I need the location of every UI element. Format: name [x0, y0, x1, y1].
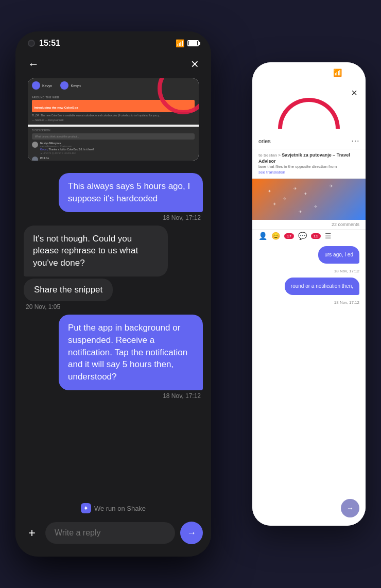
bg-advisor-row: to Sestan > Savjetnik za putovanje – Tra… [252, 149, 366, 179]
preview-user2: Kevyn [71, 84, 80, 88]
battery-icon [187, 40, 199, 46]
bg-translate[interactable]: see translation [258, 170, 359, 175]
plane-icon-6: ✈ [314, 204, 318, 209]
preview-input-mock: What do you think about this product... [32, 133, 195, 140]
sent-timestamp-2: 18 Nov, 17:12 [163, 392, 203, 400]
bg-phone-content: 📶 × ories ⋯ to Sestan > Savjetnik [252, 62, 366, 526]
bg-msg-text-2: round or a notification then, [291, 283, 353, 290]
preview-article-link: — Medium — Kevyn Annett [32, 118, 195, 122]
plane-icon-1: ✈ [268, 189, 271, 194]
bg-wifi-icon: 📶 [333, 68, 342, 77]
bg-comments-count: 22 comments [252, 220, 366, 229]
bg-arrow-icon: → [347, 504, 354, 512]
plane-icon-3: ✈ [293, 186, 297, 191]
bg-menu-icon: ☰ [325, 232, 332, 240]
bg-timestamp-2: 18 Nov, 17:12 [252, 300, 366, 305]
bg-status-bar: 📶 [252, 62, 366, 80]
main-phone-inner: 15:51 📶 ← × Kevyn [15, 31, 211, 557]
nav-bar: ← × [15, 52, 211, 78]
status-bar: 15:51 📶 [15, 31, 211, 52]
bg-send-button[interactable]: → [341, 499, 359, 517]
shake-text: We run on Shake [94, 505, 146, 512]
bg-advisor-title: to Sestan > Savjetnik za putovanje – Tra… [258, 152, 359, 164]
bg-advisor-sub: lane that flies in the opposite directio… [258, 164, 359, 169]
preview-comment-1: Nastya Mikeyeva n.somethingsomey... @yah… [32, 142, 195, 154]
send-button[interactable]: → [180, 522, 203, 544]
received-bubble-1: It's not though. Could you please rephra… [24, 226, 168, 276]
reply-input[interactable] [45, 522, 175, 544]
input-bar: + → [15, 515, 211, 557]
status-time: 15:51 [39, 39, 60, 48]
preview-comment-avatar-1 [32, 142, 38, 148]
add-attachment-button[interactable]: + [24, 525, 40, 541]
preview-comment-actions-1: ▲ UPVOTE (5) REPLY 4 HOURS AGO [40, 152, 195, 154]
shake-logo: ✦ [81, 503, 91, 513]
bg-section-label: ories [258, 138, 271, 144]
bg-msg-text-1: urs ago, I ed [324, 251, 353, 258]
received-group: It's not though. Could you please rephra… [24, 226, 203, 310]
bg-item-text: to Sestan > Savjetnik za putovanje – Tra… [258, 152, 359, 175]
sent-timestamp-1: 18 Nov, 17:12 [163, 214, 203, 221]
bg-badge-1: 17 [284, 233, 294, 239]
bg-purple-msg: urs ago, I ed [318, 246, 359, 264]
send-arrow-icon: → [187, 528, 196, 539]
preview-comment-text-1: Kevyn, Thanks a lot for ColorBox 2.0. Is… [40, 148, 195, 151]
preview-comment-name-2: Phil Co [40, 157, 195, 160]
plane-icon-4: ✈ [273, 202, 276, 206]
bg-map-image: ✈ ✈ ✈ ✈ ✈ ✈ ✈ ✈ [252, 179, 366, 220]
bg-icons-row: 👤 😊 17 💬 11 ☰ [252, 229, 366, 242]
preview-comment-body-1: Nastya Mikeyeva n.somethingsomey... @yah… [40, 142, 195, 154]
plane-icon-5: ✈ [304, 192, 307, 196]
bg-timestamp-1: 18 Nov, 17:12 [252, 269, 366, 273]
bg-purple-msg-2: round or a notification then, [285, 278, 359, 295]
preview-comment-2: Phil Co Good job! ▲ UPVOTE REPLY 3 HOURS… [32, 157, 195, 161]
plane-icon-7: ✈ [330, 184, 333, 188]
sent-message-2: Put the app in background or suspended. … [24, 315, 203, 400]
bg-phone-inner: 📶 × ories ⋯ to Sestan > Savjetnik [252, 62, 366, 526]
status-icons: 📶 [176, 39, 199, 47]
preview-avatar-1 [32, 81, 40, 90]
sent-message-1: This always says 5 hours ago, I suppose … [24, 173, 203, 221]
plane-icon-2: ✈ [283, 197, 287, 201]
bg-person-icon: 👤 [258, 232, 267, 240]
preview-user1: Kevyn [42, 84, 52, 88]
bg-section-header: ories ⋯ [252, 133, 366, 149]
bg-close-icon[interactable]: × [351, 87, 357, 99]
preview-avatar-2 [60, 81, 68, 90]
bg-chat-icon: 💬 [298, 232, 307, 240]
preview-comment-body-2: Phil Co Good job! ▲ UPVOTE REPLY 3 HOURS… [40, 157, 195, 161]
bg-dots-icon: ⋯ [351, 136, 359, 146]
plane-icon-8: ✈ [299, 210, 302, 214]
image-preview: Kevyn Kevyn AROUND THE WEB Introducing t… [28, 78, 199, 161]
bg-emoji-icon: 😊 [271, 232, 280, 240]
preview-mention: Kevyn, [40, 148, 49, 151]
bg-battery-icon [346, 70, 357, 76]
preview-discussion: DISCUSSION What do you think about this … [28, 127, 199, 161]
preview-content: Kevyn Kevyn AROUND THE WEB Introducing t… [28, 78, 199, 161]
wifi-icon: 📶 [176, 39, 184, 47]
preview-comment-text-2: Good job! [40, 160, 195, 161]
main-phone: 15:51 📶 ← × Kevyn [15, 31, 211, 557]
preview-article-desc: TL;DR: The new ColorBox is available now… [32, 114, 195, 117]
preview-disc-label: DISCUSSION [32, 129, 195, 132]
snippet-button[interactable]: Share the snippet [24, 279, 113, 301]
shake-footer: ✦ We run on Shake [15, 499, 211, 515]
background-phone: 📶 × ories ⋯ to Sestan > Savjetnik [252, 62, 366, 526]
chat-area: This always says 5 hours ago, I suppose … [15, 167, 211, 499]
bg-badge-2: 11 [311, 233, 321, 239]
back-button[interactable]: ← [28, 58, 39, 71]
close-button[interactable]: × [191, 56, 199, 72]
timestamp-left: 20 Nov, 1:05 [24, 303, 60, 310]
sent-bubble-1: This always says 5 hours ago, I suppose … [59, 173, 203, 212]
preview-comment-avatar-2 [32, 157, 38, 161]
preview-comment-email-1: n.somethingsomey... @yahoo.com [40, 145, 195, 147]
front-camera [28, 40, 35, 47]
sent-bubble-2: Put the app in background or suspended. … [59, 315, 203, 390]
